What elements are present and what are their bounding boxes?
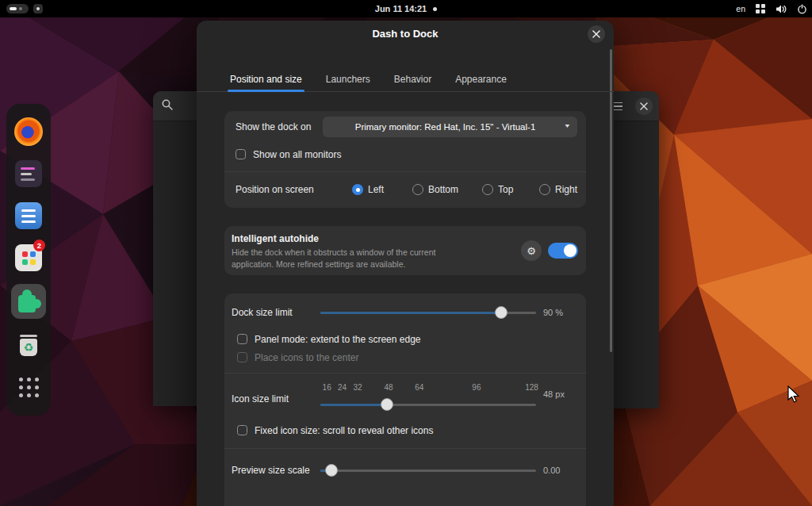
preview-scale-value: 0.00 <box>543 466 586 475</box>
radio-icon <box>482 184 493 195</box>
search-icon[interactable] <box>161 98 174 114</box>
dock-item-documents[interactable] <box>11 200 46 232</box>
clock: Jun 11 14:21 <box>375 4 427 13</box>
preview-scale-label: Preview size scale <box>232 465 310 476</box>
dash-to-dock-dialog: Dash to Dock Position and size Launchers… <box>197 21 614 506</box>
position-bottom-label: Bottom <box>428 184 458 195</box>
dock-item-trash[interactable]: ♻ <box>11 329 46 361</box>
firefox-icon <box>14 117 43 146</box>
icon-size-label: Icon size limit <box>232 393 289 404</box>
radio-icon <box>412 184 423 195</box>
document-app-icon <box>15 202 42 229</box>
recycle-icon: ♻ <box>24 342 34 353</box>
dock-size-slider[interactable] <box>320 306 536 319</box>
software-updates-badge: 2 <box>33 240 45 251</box>
trash-icon: ♻ <box>20 335 37 356</box>
clock-menu[interactable]: Jun 11 14:21 <box>0 0 812 17</box>
dock-item-firefox[interactable] <box>11 116 46 148</box>
monitor-dropdown-value: Primary monitor: Red Hat, Inc. 15" - Vir… <box>355 122 536 132</box>
radio-selected-icon <box>352 184 363 195</box>
position-radio-bottom[interactable]: Bottom <box>412 171 458 208</box>
mouse-cursor <box>787 385 801 408</box>
size-card: Dock size limit 90 % Panel mode: extend … <box>224 293 586 506</box>
autohide-title: Intelligent autohide <box>232 233 319 244</box>
fixed-icon-size-checkbox[interactable] <box>237 425 247 435</box>
tab-appearance[interactable]: Appearance <box>446 68 516 91</box>
panel-mode-checkbox[interactable] <box>237 334 247 344</box>
top-bar: Jun 11 14:21 en <box>0 0 812 17</box>
notification-dot-icon <box>433 7 437 11</box>
power-icon[interactable] <box>797 4 807 14</box>
position-top-label: Top <box>498 184 513 195</box>
position-radio-right[interactable]: Right <box>539 171 577 208</box>
center-icons-checkbox[interactable] <box>237 352 247 362</box>
extensions-puzzle-icon <box>18 295 36 312</box>
system-status-area[interactable]: en <box>736 0 807 17</box>
desktop: 2 ♻ Dash to Dock Position and size Launc… <box>0 0 812 506</box>
autohide-subtitle: Hide the dock when it obstructs a window… <box>232 247 473 270</box>
dialog-close-button[interactable] <box>588 25 605 43</box>
panel-mode-label: Panel mode: extend to the screen edge <box>255 334 420 345</box>
position-radio-top[interactable]: Top <box>482 171 513 208</box>
dialog-content: Show the dock on Primary monitor: Red Ha… <box>224 93 586 506</box>
autohide-toggle[interactable] <box>548 243 578 259</box>
position-on-screen-label: Position on screen <box>236 184 314 195</box>
dock-size-value: 90 % <box>543 308 586 317</box>
icon-size-slider[interactable] <box>320 398 536 411</box>
center-icons-label: Place icons to the center <box>255 352 358 363</box>
dock-item-software[interactable]: 2 <box>11 242 46 274</box>
show-dock-label: Show the dock on <box>236 121 311 132</box>
radio-icon <box>539 184 550 195</box>
position-right-label: Right <box>555 184 577 195</box>
autohide-settings-button[interactable]: ⚙ <box>521 240 542 261</box>
gear-icon: ⚙ <box>527 245 536 257</box>
fixed-icon-size-label: Fixed icon size: scroll to reveal other … <box>255 425 433 436</box>
slider-handle[interactable] <box>325 464 338 477</box>
icon-size-marks: 16 24 32 48 64 96 128 <box>320 383 536 393</box>
position-radio-left[interactable]: Left <box>352 171 384 208</box>
window-close-button[interactable] <box>635 98 653 115</box>
position-left-label: Left <box>368 184 384 195</box>
close-icon <box>592 30 600 38</box>
preview-scale-slider[interactable] <box>320 464 536 477</box>
keyboard-layout-indicator[interactable]: en <box>736 4 745 13</box>
slider-handle[interactable] <box>495 306 508 319</box>
app-grid-icon <box>19 378 39 397</box>
dock: 2 ♻ <box>6 104 51 416</box>
slider-handle[interactable] <box>381 398 393 411</box>
dialog-scrollbar[interactable] <box>610 49 612 352</box>
icon-size-value: 48 px <box>543 389 586 399</box>
tab-behavior[interactable]: Behavior <box>385 68 441 91</box>
chevron-down-icon: ▼ <box>564 123 572 128</box>
dialog-title: Dash to Dock <box>197 28 614 40</box>
dock-item-text-editor[interactable] <box>11 158 46 190</box>
position-card: Show the dock on Primary monitor: Red Ha… <box>224 111 586 208</box>
dialog-tab-bar: Position and size Launchers Behavior App… <box>197 68 614 92</box>
dock-item-extensions[interactable] <box>11 284 46 319</box>
show-all-monitors-checkbox[interactable] <box>236 149 246 159</box>
volume-icon[interactable] <box>776 4 787 14</box>
tray-grid-icon[interactable] <box>756 4 765 13</box>
tab-position-and-size[interactable]: Position and size <box>220 68 312 91</box>
toggle-knob <box>564 244 576 257</box>
text-editor-icon <box>15 160 42 187</box>
dock-item-app-grid[interactable] <box>11 371 46 403</box>
autohide-card: Intelligent autohide Hide the dock when … <box>224 226 586 275</box>
tab-launchers[interactable]: Launchers <box>316 68 380 91</box>
show-all-monitors-label: Show on all monitors <box>253 149 341 160</box>
monitor-dropdown[interactable]: Primary monitor: Red Hat, Inc. 15" - Vir… <box>323 117 577 137</box>
dock-size-label: Dock size limit <box>232 307 293 318</box>
